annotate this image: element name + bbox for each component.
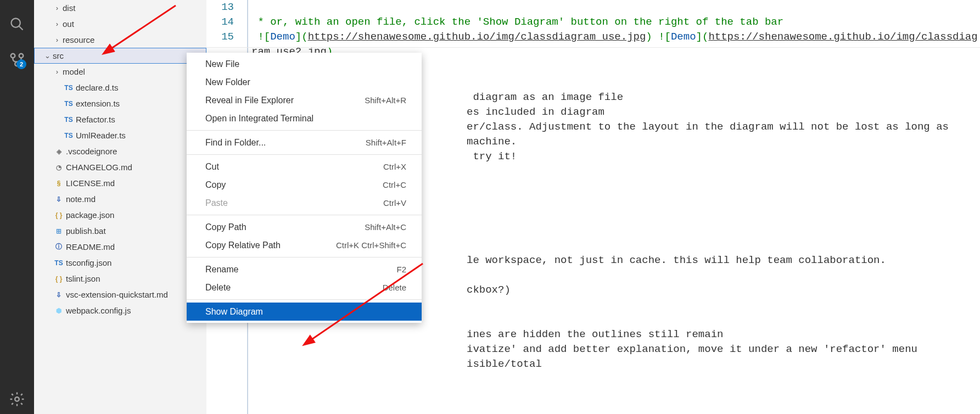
folder-row[interactable]: ›model [34,64,206,80]
tree-label: tslint.json [65,274,100,283]
line-number: 14 [206,15,234,30]
menu-shortcut: Ctrl+C [383,180,406,189]
tree-label: CHANGELOG.md [65,163,132,172]
file-row[interactable]: §LICENSE.md [34,175,206,191]
file-row[interactable]: ⇩note.md [34,191,206,207]
line-number: 13 [206,0,234,15]
file-row[interactable]: { }tslint.json [34,271,206,287]
tree-label: note.md [65,194,96,204]
tree-label: webpack.config.js [65,306,131,315]
svg-line-1 [19,26,23,30]
folder-row[interactable]: ›out [34,16,206,32]
file-row[interactable]: ⬢webpack.config.js [34,303,206,318]
tree-label: out [61,19,74,29]
file-type-icon: ◈ [53,148,65,155]
markdown-alt: Demo [671,31,696,43]
file-type-icon: TS [63,116,75,124]
menu-item-copy-path[interactable]: Copy PathShift+Alt+C [187,218,422,236]
menu-item-rename[interactable]: RenameF2 [187,260,422,278]
line-gutter: 131415 [206,0,244,44]
tree-label: UmlReader.ts [75,131,126,140]
folder-row[interactable]: ›resource [34,32,206,48]
svg-point-5 [15,397,19,401]
tree-label: Refactor.ts [75,115,115,124]
menu-label: Show Diagram [205,307,263,317]
file-type-icon: ⇩ [53,195,65,203]
file-row[interactable]: ⓘREADME.md [34,239,206,255]
menu-separator [187,257,422,258]
menu-shortcut: Ctrl+V [383,198,406,208]
file-type-icon: ⓘ [53,242,65,251]
file-row[interactable]: ◈.vscodeignore [34,143,206,159]
menu-item-paste: PasteCtrl+V [187,194,422,212]
file-row[interactable]: TSextension.ts [34,96,206,111]
file-row[interactable]: ◔CHANGELOG.md [34,159,206,175]
file-type-icon: ⬢ [53,307,65,315]
menu-item-open-in-integrated-terminal[interactable]: Open in Integrated Terminal [187,109,422,127]
file-type-icon: TS [63,84,75,92]
scm-badge: 2 [16,59,26,69]
menu-label: Copy [205,180,226,190]
file-type-icon: ⇩ [53,291,65,299]
file-row[interactable]: ⇩vsc-extension-quickstart.md [34,287,206,303]
source-control-icon[interactable]: 2 [9,52,25,68]
search-icon[interactable] [9,16,25,32]
tree-label: declare.d.ts [75,83,119,92]
editor-line: ivatize' and add better explanation, mov… [251,342,975,357]
markdown-alt: Demo [270,31,295,43]
menu-label: Paste [205,198,228,208]
menu-item-delete[interactable]: DeleteDelete [187,278,422,296]
tree-label: vsc-extension-quickstart.md [65,290,168,299]
svg-point-3 [19,54,24,58]
file-type-icon: TS [63,100,75,108]
horizontal-rule [206,47,980,48]
menu-item-cut[interactable]: CutCtrl+X [187,158,422,176]
file-row[interactable]: ⊞publish.bat [34,223,206,239]
menu-separator [187,299,422,300]
folder-row[interactable]: ›dist [34,0,206,16]
chevron-right-icon: › [53,4,61,12]
file-type-icon: { } [53,275,65,283]
menu-item-find-in-folder[interactable]: Find in Folder...Shift+Alt+F [187,133,422,152]
file-type-icon: § [53,180,65,187]
menu-label: Find in Folder... [205,138,266,148]
menu-label: Copy Path [205,222,247,232]
menu-item-reveal-in-file-explorer[interactable]: Reveal in File ExplorerShift+Alt+R [187,91,422,109]
menu-shortcut: Shift+Alt+C [365,222,406,232]
menu-shortcut: Ctrl+X [383,162,406,171]
file-type-icon: { } [53,211,65,219]
svg-point-0 [12,19,20,27]
menu-shortcut: Delete [383,283,406,292]
folder-row[interactable]: ⌄src [34,48,206,64]
chevron-right-icon: › [53,68,61,76]
menu-shortcut: Shift+Alt+R [365,96,406,105]
menu-label: Copy Relative Path [205,240,281,250]
tree-label: dist [61,3,75,13]
menu-item-new-file[interactable]: New File [187,55,422,73]
context-menu: New FileNew FolderReveal in File Explore… [187,53,422,323]
editor-line: ines are hidden the outlines still remai… [251,327,975,342]
menu-item-show-diagram[interactable]: Show Diagram [187,303,422,321]
file-row[interactable]: { }package.json [34,207,206,223]
file-row[interactable]: TSUmlReader.ts [34,127,206,143]
tree-label: publish.bat [65,226,106,236]
file-type-icon: ◔ [53,164,65,171]
file-explorer: ›dist›out›resource⌄src›modelTSdeclare.d.… [34,0,206,414]
file-row[interactable]: TSdeclare.d.ts [34,80,206,96]
chevron-right-icon: › [53,20,61,28]
menu-item-copy[interactable]: CopyCtrl+C [187,176,422,194]
comment-text: * or, with an open file, click the 'Show… [251,16,783,28]
file-row[interactable]: TStsconfig.json [34,255,206,271]
file-row[interactable]: TSRefactor.ts [34,111,206,127]
settings-gear-icon[interactable] [0,391,34,407]
tree-label: package.json [65,210,114,220]
menu-label: Delete [205,283,231,293]
menu-item-new-folder[interactable]: New Folder [187,73,422,91]
markdown-link: https://shenawesome.github.io/img/classd… [708,31,977,43]
menu-item-copy-relative-path[interactable]: Copy Relative PathCtrl+K Ctrl+Shift+C [187,236,422,254]
menu-shortcut: Ctrl+K Ctrl+Shift+C [336,240,406,250]
menu-label: Open in Integrated Terminal [205,114,313,124]
tree-label: README.md [65,242,115,251]
tree-label: LICENSE.md [65,178,115,188]
menu-shortcut: Shift+Alt+F [366,138,406,147]
